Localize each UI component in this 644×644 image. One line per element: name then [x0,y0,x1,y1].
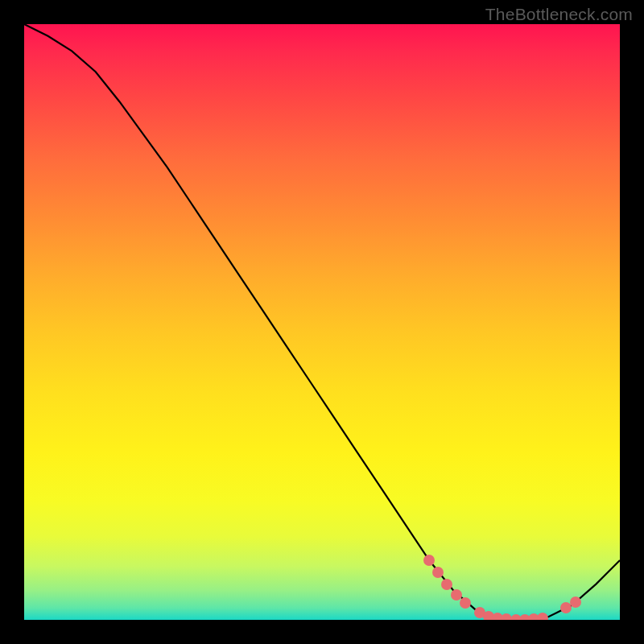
chart-data-point [432,567,444,578]
chart-data-point [441,579,452,590]
watermark-text: TheBottleneck.com [485,5,633,24]
chart-data-point [570,597,581,608]
chart-data-point [423,555,435,566]
chart-data-point [460,597,471,609]
chart-plot-area [24,24,620,620]
chart-points-layer [24,24,620,620]
chart-data-point [537,613,548,620]
